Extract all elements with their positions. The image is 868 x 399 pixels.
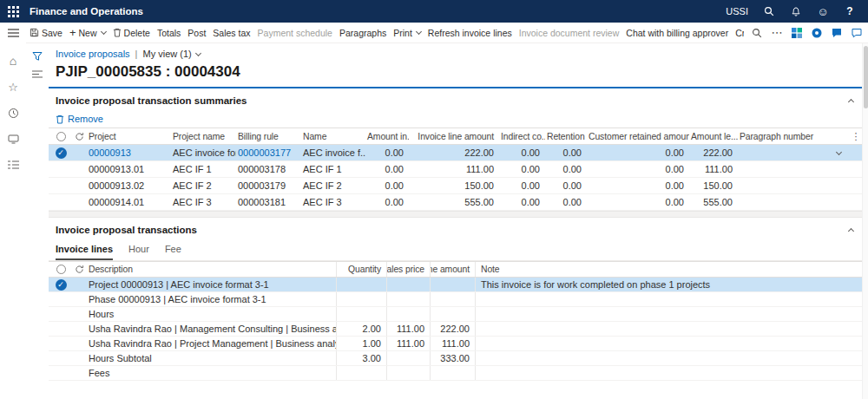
column-options-icon[interactable] xyxy=(850,128,862,144)
row-checkbox[interactable] xyxy=(50,161,71,177)
assistant-icon[interactable] xyxy=(811,27,823,39)
feedback-smiley-icon[interactable] xyxy=(817,5,829,17)
remove-button[interactable]: Remove xyxy=(49,110,862,128)
help-icon[interactable] xyxy=(844,5,856,17)
tab-hour[interactable]: Hour xyxy=(128,244,149,260)
table-row[interactable]: 00000914.01 AEC IF 3 000003181 AEC IF 3 … xyxy=(49,194,862,211)
table-row[interactable]: Hours Subtotal 3.00 333.00 xyxy=(49,351,862,366)
apps-icon[interactable] xyxy=(791,27,803,39)
row-checkbox[interactable] xyxy=(50,337,71,350)
post-button[interactable]: Post xyxy=(187,28,206,38)
table-row[interactable]: Usha Ravindra Rao | Project Management |… xyxy=(49,337,862,351)
row-checkbox[interactable] xyxy=(50,145,71,160)
search-icon[interactable] xyxy=(763,5,775,17)
cell-sales-price xyxy=(387,351,431,365)
cell-sales-price: 111.00 xyxy=(387,337,431,350)
breadcrumb-link[interactable]: Invoice proposals xyxy=(56,49,130,59)
toolbar-search-icon[interactable] xyxy=(751,27,763,39)
table-row[interactable]: Hours xyxy=(49,307,862,322)
new-button[interactable]: New xyxy=(69,28,106,38)
filter-funnel-icon[interactable] xyxy=(32,51,43,62)
table-row[interactable]: 00000913 AEC invoice form... 0000003177 … xyxy=(49,145,862,161)
transactions-section-header[interactable]: Invoice proposal transactions xyxy=(49,218,862,239)
column-header-sales-price[interactable]: Sales price xyxy=(387,262,431,277)
new-label: New xyxy=(79,28,97,38)
collapse-chevron-icon[interactable] xyxy=(848,228,854,234)
table-row[interactable]: Usha Ravindra Rao | Management Consultin… xyxy=(49,322,862,337)
related-information-icon[interactable] xyxy=(32,70,43,78)
workspaces-icon[interactable] xyxy=(0,128,26,149)
select-all-checkbox[interactable] xyxy=(50,128,71,144)
view-selector[interactable]: My view (1) xyxy=(142,49,200,59)
notifications-bell-icon[interactable] xyxy=(790,5,802,17)
cell-project-name: AEC IF 3 xyxy=(171,197,236,207)
collapse-chevron-icon[interactable] xyxy=(848,99,854,105)
column-header-indirect[interactable]: Indirect co... xyxy=(499,132,545,141)
chevron-down-icon xyxy=(195,49,201,56)
column-header-paragraph-number[interactable]: Paragraph number xyxy=(738,132,850,141)
paragraphs-button[interactable]: Paragraphs xyxy=(339,28,386,38)
cell-description: Hours Subtotal xyxy=(87,351,337,365)
cell-line-amount xyxy=(431,278,476,291)
column-header-customer-retained[interactable]: Customer retained amount xyxy=(587,132,689,141)
refresh-grid-icon[interactable] xyxy=(71,128,87,144)
row-checkbox[interactable] xyxy=(50,366,71,380)
row-checkbox[interactable] xyxy=(50,351,71,365)
row-checkbox[interactable] xyxy=(50,178,71,193)
table-row[interactable]: Fees xyxy=(49,366,862,381)
scrollbar-thumb[interactable] xyxy=(864,46,868,108)
chat-with-billing-approver-button[interactable]: Chat with billing approver xyxy=(626,28,728,38)
modules-list-icon[interactable] xyxy=(0,154,26,175)
refresh-invoice-lines-button[interactable]: Refresh invoice lines xyxy=(428,28,512,38)
favorites-star-icon[interactable] xyxy=(0,76,26,97)
column-header-retention[interactable]: Retention ... xyxy=(545,132,587,141)
print-button[interactable]: Print xyxy=(393,28,421,38)
cell-project[interactable]: 00000913 xyxy=(87,147,171,158)
table-row[interactable]: 00000913.01 AEC IF 1 000003178 AEC IF 1 … xyxy=(49,161,862,178)
save-button[interactable]: Save xyxy=(30,28,62,38)
totals-button[interactable]: Totals xyxy=(157,28,181,38)
tab-invoice-lines[interactable]: Invoice lines xyxy=(56,244,113,260)
chat-filled-icon[interactable] xyxy=(831,27,843,39)
app-title: Finance and Operations xyxy=(30,6,143,16)
column-header-billing-rule[interactable]: Billing rule xyxy=(236,132,301,141)
table-row[interactable]: 00000913.02 AEC IF 2 000003179 AEC IF 2 … xyxy=(49,178,862,194)
row-checkbox[interactable] xyxy=(50,278,71,291)
home-icon[interactable] xyxy=(0,50,26,71)
column-header-line-amount[interactable]: Line amount xyxy=(431,262,476,277)
row-end-spacer xyxy=(853,351,862,365)
delete-button[interactable]: Delete xyxy=(113,28,150,38)
create-archive-file-button[interactable]: Create archive file xyxy=(735,28,744,38)
summaries-section-header[interactable]: Invoice proposal transaction summaries xyxy=(49,88,862,110)
column-header-description[interactable]: Description xyxy=(87,262,337,277)
column-header-invoice-line-amount[interactable]: Invoice line amount xyxy=(409,132,499,141)
row-checkbox[interactable] xyxy=(50,194,71,210)
column-header-project[interactable]: Project xyxy=(87,132,171,141)
refresh-grid-icon[interactable] xyxy=(71,262,87,277)
cell-customer-retained: 0.00 xyxy=(587,197,689,207)
chat-outline-icon[interactable] xyxy=(851,27,863,39)
more-options-icon[interactable] xyxy=(771,27,783,39)
column-header-amount-in[interactable]: Amount in... xyxy=(365,132,409,141)
column-header-project-name[interactable]: Project name xyxy=(171,132,236,141)
tab-fee[interactable]: Fee xyxy=(165,244,181,260)
table-row[interactable]: Phase 00000913 | AEC invoice format 3-1 xyxy=(49,292,862,307)
column-header-note[interactable]: Note xyxy=(476,265,853,274)
table-row[interactable]: Project 00000913 | AEC invoice format 3-… xyxy=(49,278,862,292)
recent-clock-icon[interactable] xyxy=(0,102,26,123)
cell-description: Phase 00000913 | AEC invoice format 3-1 xyxy=(87,292,337,306)
column-header-name[interactable]: Name xyxy=(301,132,365,141)
row-checkbox[interactable] xyxy=(50,322,71,336)
cell-paragraph-number-dropdown[interactable] xyxy=(738,145,850,160)
hamburger-menu-icon[interactable] xyxy=(0,23,26,43)
checkmark-icon xyxy=(56,147,67,159)
sales-tax-button[interactable]: Sales tax xyxy=(213,28,250,38)
column-header-quantity[interactable]: Quantity xyxy=(337,262,387,277)
column-header-amount-le[interactable]: Amount le... xyxy=(689,132,738,141)
cell-billing-rule[interactable]: 0000003177 xyxy=(236,147,301,158)
row-checkbox[interactable] xyxy=(50,292,71,306)
app-launcher-waffle-icon[interactable] xyxy=(0,0,26,23)
select-all-checkbox[interactable] xyxy=(50,262,71,277)
row-checkbox[interactable] xyxy=(50,307,71,321)
page-scrollbar[interactable] xyxy=(862,43,868,399)
